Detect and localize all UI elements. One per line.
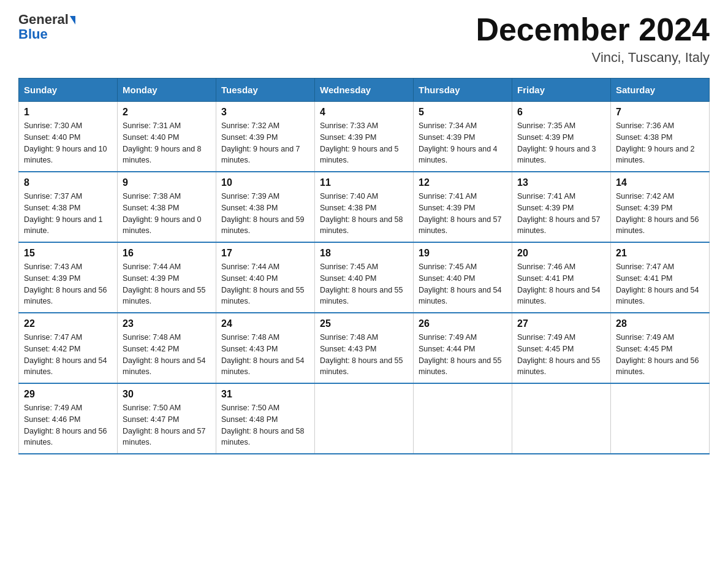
day-number: 24 xyxy=(221,318,309,329)
day-number: 23 xyxy=(123,318,211,329)
day-info: Sunrise: 7:50 AMSunset: 4:47 PMDaylight:… xyxy=(123,402,211,448)
table-row xyxy=(414,383,512,454)
day-info: Sunrise: 7:46 AMSunset: 4:41 PMDaylight:… xyxy=(517,261,605,307)
day-number: 16 xyxy=(123,248,211,259)
week-row-1: 1Sunrise: 7:30 AMSunset: 4:40 PMDaylight… xyxy=(19,102,710,172)
day-number: 1 xyxy=(24,107,112,118)
day-info: Sunrise: 7:33 AMSunset: 4:39 PMDaylight:… xyxy=(320,120,408,166)
day-info: Sunrise: 7:38 AMSunset: 4:38 PMDaylight:… xyxy=(123,191,211,237)
day-number: 10 xyxy=(221,177,309,188)
day-number: 2 xyxy=(123,107,211,118)
table-row: 6Sunrise: 7:35 AMSunset: 4:39 PMDaylight… xyxy=(512,102,611,172)
day-number: 26 xyxy=(419,318,507,329)
table-row: 9Sunrise: 7:38 AMSunset: 4:38 PMDaylight… xyxy=(118,172,216,242)
table-row: 24Sunrise: 7:48 AMSunset: 4:43 PMDayligh… xyxy=(216,313,315,383)
day-number: 30 xyxy=(123,389,211,400)
day-number: 18 xyxy=(320,248,408,259)
day-number: 13 xyxy=(517,177,605,188)
table-row: 12Sunrise: 7:41 AMSunset: 4:39 PMDayligh… xyxy=(414,172,512,242)
week-row-5: 29Sunrise: 7:49 AMSunset: 4:46 PMDayligh… xyxy=(19,383,710,454)
day-number: 8 xyxy=(24,177,112,188)
day-number: 17 xyxy=(221,248,309,259)
table-row: 2Sunrise: 7:31 AMSunset: 4:40 PMDaylight… xyxy=(118,102,216,172)
week-row-3: 15Sunrise: 7:43 AMSunset: 4:39 PMDayligh… xyxy=(19,242,710,313)
weekday-header-row: SundayMondayTuesdayWednesdayThursdayFrid… xyxy=(19,79,710,102)
table-row: 28Sunrise: 7:49 AMSunset: 4:45 PMDayligh… xyxy=(611,313,710,383)
day-number: 21 xyxy=(616,248,704,259)
day-number: 14 xyxy=(616,177,704,188)
day-info: Sunrise: 7:48 AMSunset: 4:42 PMDaylight:… xyxy=(123,332,211,378)
day-info: Sunrise: 7:44 AMSunset: 4:40 PMDaylight:… xyxy=(221,261,309,307)
calendar-table: SundayMondayTuesdayWednesdayThursdayFrid… xyxy=(18,78,710,454)
day-info: Sunrise: 7:40 AMSunset: 4:38 PMDaylight:… xyxy=(320,191,408,237)
day-info: Sunrise: 7:49 AMSunset: 4:44 PMDaylight:… xyxy=(419,332,507,378)
table-row: 31Sunrise: 7:50 AMSunset: 4:48 PMDayligh… xyxy=(216,383,315,454)
day-info: Sunrise: 7:35 AMSunset: 4:39 PMDaylight:… xyxy=(517,120,605,166)
day-number: 20 xyxy=(517,248,605,259)
table-row: 30Sunrise: 7:50 AMSunset: 4:47 PMDayligh… xyxy=(118,383,216,454)
logo-blue-text: Blue xyxy=(18,27,75,42)
day-number: 7 xyxy=(616,107,704,118)
day-number: 6 xyxy=(517,107,605,118)
table-row: 1Sunrise: 7:30 AMSunset: 4:40 PMDaylight… xyxy=(19,102,118,172)
day-info: Sunrise: 7:36 AMSunset: 4:38 PMDaylight:… xyxy=(616,120,704,166)
day-info: Sunrise: 7:34 AMSunset: 4:39 PMDaylight:… xyxy=(419,120,507,166)
logo: General Blue xyxy=(18,12,75,42)
table-row xyxy=(315,383,414,454)
table-row: 27Sunrise: 7:49 AMSunset: 4:45 PMDayligh… xyxy=(512,313,611,383)
week-row-4: 22Sunrise: 7:47 AMSunset: 4:42 PMDayligh… xyxy=(19,313,710,383)
table-row: 13Sunrise: 7:41 AMSunset: 4:39 PMDayligh… xyxy=(512,172,611,242)
day-info: Sunrise: 7:41 AMSunset: 4:39 PMDaylight:… xyxy=(419,191,507,237)
weekday-header-monday: Monday xyxy=(118,79,216,102)
table-row: 8Sunrise: 7:37 AMSunset: 4:38 PMDaylight… xyxy=(19,172,118,242)
day-info: Sunrise: 7:31 AMSunset: 4:40 PMDaylight:… xyxy=(123,120,211,166)
table-row: 4Sunrise: 7:33 AMSunset: 4:39 PMDaylight… xyxy=(315,102,414,172)
table-row: 10Sunrise: 7:39 AMSunset: 4:38 PMDayligh… xyxy=(216,172,315,242)
day-info: Sunrise: 7:47 AMSunset: 4:42 PMDaylight:… xyxy=(24,332,112,378)
calendar-header: SundayMondayTuesdayWednesdayThursdayFrid… xyxy=(19,79,710,102)
weekday-header-sunday: Sunday xyxy=(19,79,118,102)
table-row: 17Sunrise: 7:44 AMSunset: 4:40 PMDayligh… xyxy=(216,242,315,313)
day-info: Sunrise: 7:45 AMSunset: 4:40 PMDaylight:… xyxy=(419,261,507,307)
logo-triangle-icon xyxy=(70,16,75,25)
day-info: Sunrise: 7:44 AMSunset: 4:39 PMDaylight:… xyxy=(123,261,211,307)
day-number: 4 xyxy=(320,107,408,118)
table-row: 16Sunrise: 7:44 AMSunset: 4:39 PMDayligh… xyxy=(118,242,216,313)
table-row xyxy=(512,383,611,454)
table-row: 11Sunrise: 7:40 AMSunset: 4:38 PMDayligh… xyxy=(315,172,414,242)
weekday-header-friday: Friday xyxy=(512,79,611,102)
table-row: 29Sunrise: 7:49 AMSunset: 4:46 PMDayligh… xyxy=(19,383,118,454)
weekday-header-thursday: Thursday xyxy=(414,79,512,102)
table-row: 22Sunrise: 7:47 AMSunset: 4:42 PMDayligh… xyxy=(19,313,118,383)
table-row: 25Sunrise: 7:48 AMSunset: 4:43 PMDayligh… xyxy=(315,313,414,383)
calendar-title: December 2024 xyxy=(476,12,710,47)
table-row: 15Sunrise: 7:43 AMSunset: 4:39 PMDayligh… xyxy=(19,242,118,313)
day-number: 31 xyxy=(221,389,309,400)
day-info: Sunrise: 7:43 AMSunset: 4:39 PMDaylight:… xyxy=(24,261,112,307)
week-row-2: 8Sunrise: 7:37 AMSunset: 4:38 PMDaylight… xyxy=(19,172,710,242)
day-info: Sunrise: 7:45 AMSunset: 4:40 PMDaylight:… xyxy=(320,261,408,307)
day-info: Sunrise: 7:37 AMSunset: 4:38 PMDaylight:… xyxy=(24,191,112,237)
day-number: 22 xyxy=(24,318,112,329)
day-number: 28 xyxy=(616,318,704,329)
day-info: Sunrise: 7:50 AMSunset: 4:48 PMDaylight:… xyxy=(221,402,309,448)
weekday-header-tuesday: Tuesday xyxy=(216,79,315,102)
logo-general-text: General xyxy=(18,12,69,27)
title-block: December 2024 Vinci, Tuscany, Italy xyxy=(476,12,710,66)
table-row: 19Sunrise: 7:45 AMSunset: 4:40 PMDayligh… xyxy=(414,242,512,313)
day-number: 27 xyxy=(517,318,605,329)
table-row: 7Sunrise: 7:36 AMSunset: 4:38 PMDaylight… xyxy=(611,102,710,172)
day-info: Sunrise: 7:42 AMSunset: 4:39 PMDaylight:… xyxy=(616,191,704,237)
table-row: 20Sunrise: 7:46 AMSunset: 4:41 PMDayligh… xyxy=(512,242,611,313)
weekday-header-wednesday: Wednesday xyxy=(315,79,414,102)
day-number: 3 xyxy=(221,107,309,118)
day-info: Sunrise: 7:30 AMSunset: 4:40 PMDaylight:… xyxy=(24,120,112,166)
day-number: 11 xyxy=(320,177,408,188)
day-number: 29 xyxy=(24,389,112,400)
day-info: Sunrise: 7:39 AMSunset: 4:38 PMDaylight:… xyxy=(221,191,309,237)
day-info: Sunrise: 7:48 AMSunset: 4:43 PMDaylight:… xyxy=(221,332,309,378)
table-row: 21Sunrise: 7:47 AMSunset: 4:41 PMDayligh… xyxy=(611,242,710,313)
table-row: 3Sunrise: 7:32 AMSunset: 4:39 PMDaylight… xyxy=(216,102,315,172)
page-header: General Blue December 2024 Vinci, Tuscan… xyxy=(18,12,710,66)
day-number: 5 xyxy=(419,107,507,118)
